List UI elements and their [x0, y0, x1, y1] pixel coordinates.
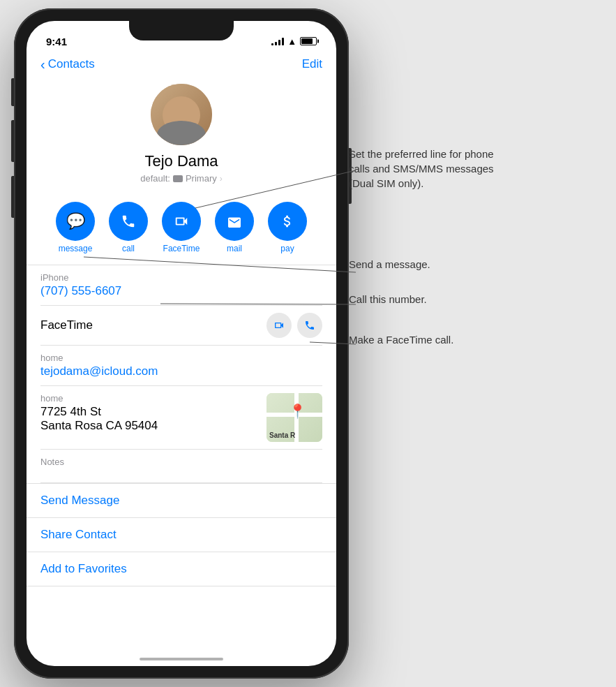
mute-button — [11, 78, 14, 106]
status-icons: ▲ — [271, 36, 317, 47]
facetime-audio-button[interactable] — [297, 313, 322, 338]
facetime-label: FaceTime — [40, 318, 93, 332]
default-line-value: Primary — [186, 173, 217, 184]
call-number-annotation: Call this number. — [349, 292, 474, 306]
call-icon-circle — [109, 202, 148, 241]
send-message-label: Send Message — [40, 494, 119, 507]
back-chevron-icon: ‹ — [40, 57, 45, 71]
facetime-annotation: Make a FaceTime call. — [349, 332, 488, 347]
mail-button-label: mail — [227, 244, 242, 253]
avatar-body — [157, 121, 206, 145]
contact-header: Tejo Dama default: Primary › — [27, 77, 336, 195]
phone-screen: 9:41 ▲ ‹ Con — [27, 21, 336, 666]
battery-icon — [300, 37, 317, 45]
volume-down-button — [11, 176, 14, 218]
facetime-action-icons — [266, 313, 322, 338]
nav-bar: ‹ Contacts Edit — [27, 52, 336, 77]
add-to-favorites-label: Add to Favorites — [40, 562, 127, 575]
back-button[interactable]: ‹ Contacts — [40, 57, 95, 71]
map-background: 📍 Santa R — [266, 393, 322, 442]
status-time: 9:41 — [46, 36, 67, 47]
map-city-label: Santa R — [269, 431, 295, 439]
map-thumbnail[interactable]: 📍 Santa R — [266, 393, 322, 442]
facetime-action-button[interactable]: FaceTime — [162, 202, 201, 253]
edit-button[interactable]: Edit — [302, 57, 322, 71]
message-icon-circle: 💬 — [56, 202, 95, 241]
phone-label: iPhone — [40, 272, 322, 283]
back-label: Contacts — [48, 57, 95, 71]
send-message-link[interactable]: Send Message — [27, 484, 336, 518]
facetime-row: FaceTime — [40, 306, 322, 346]
email-row: home tejodama@icloud.com — [40, 346, 322, 386]
address-line2: Santa Rosa CA 95404 — [40, 419, 158, 433]
contact-name: Tejo Dama — [144, 152, 218, 170]
call-button-label: call — [122, 244, 135, 253]
address-row: home 7725 4th St Santa Rosa CA 95404 📍 S… — [40, 386, 322, 450]
mail-icon-circle — [215, 202, 254, 241]
annotations: Set the preferred line for phone calls a… — [349, 0, 586, 687]
sim-icon — [173, 175, 183, 182]
scene: 9:41 ▲ ‹ Con — [0, 0, 616, 687]
notes-row: Notes — [40, 450, 322, 483]
signal-bars-icon — [271, 37, 284, 45]
dual-sim-annotation-text: Set the preferred line for phone calls a… — [349, 148, 494, 189]
default-line-label: default: — [140, 173, 170, 184]
avatar-image — [151, 84, 212, 145]
notch — [129, 21, 234, 40]
signal-bar-4 — [282, 38, 284, 45]
add-to-favorites-link[interactable]: Add to Favorites — [27, 552, 336, 586]
send-message-annotation-text: Send a message. — [349, 258, 430, 270]
facetime-video-button[interactable] — [266, 313, 292, 338]
pay-button-label: pay — [280, 244, 294, 253]
signal-bar-3 — [278, 40, 280, 45]
pay-icon-circle — [268, 202, 307, 241]
facetime-button-label: FaceTime — [163, 244, 200, 253]
send-message-annotation: Send a message. — [349, 257, 474, 272]
dual-sim-annotation: Set the preferred line for phone calls a… — [349, 147, 502, 191]
action-buttons: 💬 message call — [27, 195, 336, 265]
signal-bar-1 — [271, 43, 273, 45]
email-label: home — [40, 353, 322, 363]
wifi-icon: ▲ — [287, 36, 296, 47]
signal-bar-2 — [275, 42, 277, 45]
address-line1: 7725 4th St — [40, 405, 158, 419]
message-action-button[interactable]: 💬 message — [56, 202, 95, 253]
facetime-annotation-text: Make a FaceTime call. — [349, 334, 453, 346]
mail-action-button[interactable]: mail — [215, 202, 254, 253]
volume-up-button — [11, 120, 14, 162]
chevron-right-icon: › — [220, 174, 223, 184]
phone-row: iPhone (707) 555-6607 — [40, 265, 322, 306]
email-value[interactable]: tejodama@icloud.com — [40, 364, 322, 378]
call-action-button[interactable]: call — [109, 202, 148, 253]
scroll-content[interactable]: Tejo Dama default: Primary › 💬 message — [27, 77, 336, 660]
call-number-annotation-text: Call this number. — [349, 293, 427, 305]
message-button-label: message — [59, 244, 93, 253]
address-label: home — [40, 393, 158, 404]
phone-frame: 9:41 ▲ ‹ Con — [14, 8, 349, 679]
facetime-icon-circle — [162, 202, 201, 241]
map-pin-icon: 📍 — [289, 403, 306, 420]
default-line-row[interactable]: default: Primary › — [140, 173, 222, 184]
info-section: iPhone (707) 555-6607 FaceTime — [27, 265, 336, 483]
notes-label: Notes — [40, 457, 322, 467]
pay-action-button[interactable]: pay — [268, 202, 307, 253]
avatar — [151, 84, 212, 145]
battery-fill — [301, 38, 313, 44]
home-indicator — [140, 658, 223, 660]
phone-number[interactable]: (707) 555-6607 — [40, 284, 322, 298]
share-contact-label: Share Contact — [40, 528, 117, 541]
share-contact-link[interactable]: Share Contact — [27, 518, 336, 552]
